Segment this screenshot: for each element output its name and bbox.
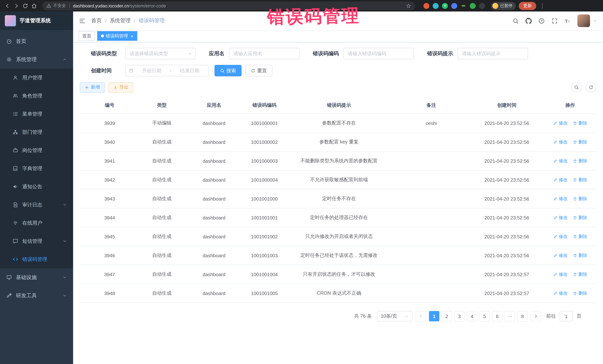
extension-icon[interactable] — [451, 3, 457, 9]
delete-button[interactable]: 删除 — [573, 214, 587, 221]
close-icon[interactable]: × — [131, 33, 133, 38]
extension-icon[interactable] — [433, 3, 439, 9]
sidebar-item[interactable]: 菜单管理 — [0, 105, 73, 123]
sidebar-item[interactable]: 在线用户 — [0, 214, 73, 232]
delete-button[interactable]: 删除 — [573, 252, 587, 259]
page-button[interactable]: 5 — [479, 311, 490, 321]
cell-actions: 修改删除 — [544, 170, 596, 189]
menu-list-icon — [13, 111, 18, 117]
browser-menu-icon[interactable]: ⋮ — [540, 2, 545, 9]
delete-button[interactable]: 删除 — [573, 233, 587, 240]
forward-icon[interactable] — [13, 3, 19, 9]
hamburger-icon[interactable] — [79, 18, 85, 24]
tag-item[interactable]: 首页 — [79, 31, 95, 41]
sidebar-item[interactable]: 用户管理 — [0, 69, 73, 87]
edit-button[interactable]: 修改 — [553, 290, 568, 296]
export-button[interactable]: 导出 — [108, 82, 133, 92]
breadcrumb-item[interactable]: 首页 — [91, 17, 102, 24]
goto-page-input[interactable] — [560, 311, 573, 321]
sidebar-item[interactable]: 系统管理 — [0, 50, 73, 69]
browser-update-button[interactable]: 更新 — [519, 2, 536, 10]
error-hint-input[interactable] — [458, 48, 528, 59]
edit-button[interactable]: 修改 — [553, 158, 568, 164]
extension-icon[interactable]: on — [461, 3, 466, 9]
delete-button[interactable]: 删除 — [573, 290, 587, 296]
app-name-field[interactable] — [229, 48, 300, 59]
search-button[interactable]: 搜索 — [214, 65, 242, 76]
edit-button[interactable]: 修改 — [553, 139, 568, 145]
add-button[interactable]: 新增 — [80, 82, 105, 92]
cell-time: 2021-04-20 23:52:56 — [469, 170, 544, 189]
filter-label-error-hint: 错误码提示 — [427, 50, 453, 57]
page-button[interactable]: 8 — [517, 311, 528, 321]
error-type-select-input[interactable] — [125, 48, 196, 59]
sidebar-item[interactable]: 部门管理 — [0, 123, 73, 141]
next-page-button[interactable] — [531, 311, 541, 321]
delete-button[interactable]: 删除 — [573, 271, 587, 277]
address-bar[interactable]: 不安全 dashboard.yudao.iocoder.cn/system/er… — [42, 1, 415, 10]
sidebar-item[interactable]: 首页 — [0, 32, 73, 50]
back-icon[interactable] — [4, 3, 10, 9]
reset-button[interactable]: 重置 — [245, 65, 272, 76]
sidebar-item[interactable]: 字典管理 — [0, 159, 73, 177]
extension-icon[interactable] — [479, 3, 485, 9]
edit-button[interactable]: 修改 — [553, 120, 568, 126]
toggle-search-button[interactable] — [571, 82, 582, 93]
delete-button[interactable]: 删除 — [573, 139, 587, 145]
cell-id: 3945 — [80, 227, 139, 246]
user-avatar[interactable] — [577, 14, 590, 27]
cell-type: 自动生成 — [139, 151, 184, 170]
bookmark-star-icon[interactable] — [406, 3, 411, 8]
more-pages-button[interactable]: ··· — [505, 311, 515, 321]
tag-item[interactable]: 错误码管理× — [97, 31, 137, 41]
sidebar-item[interactable]: 审计日志 — [0, 196, 73, 214]
page-size-select[interactable]: 10条/页 — [377, 311, 413, 321]
search-icon[interactable] — [512, 18, 519, 24]
page-button[interactable]: 2 — [441, 311, 452, 321]
prev-page-button[interactable] — [416, 311, 426, 321]
extension-icon[interactable] — [470, 3, 476, 9]
sidebar-item[interactable]: 基础设施 — [0, 268, 73, 287]
error-type-select[interactable] — [125, 48, 196, 59]
reload-icon[interactable] — [22, 3, 28, 9]
error-hint-field[interactable] — [458, 48, 528, 59]
extension-icon[interactable]: V — [442, 3, 448, 9]
error-code-field[interactable] — [343, 48, 414, 59]
page-button[interactable]: 6 — [492, 311, 502, 321]
cell-app: dashboard — [184, 132, 244, 151]
page-button[interactable]: 1 — [429, 311, 439, 321]
sidebar-item[interactable]: 岗位管理 — [0, 141, 73, 159]
cell-actions: 修改删除 — [544, 246, 596, 265]
page-button[interactable]: 3 — [454, 311, 464, 321]
sidebar-item[interactable]: 错误码管理 — [0, 250, 73, 268]
create-time-range-picker[interactable]: 开始日期 - 结束日期 — [125, 65, 209, 76]
help-icon[interactable]: ? — [538, 18, 545, 24]
fullscreen-icon[interactable] — [551, 18, 558, 24]
caret-down-icon[interactable] — [593, 19, 597, 23]
sidebar-item[interactable]: 短信管理 — [0, 232, 73, 250]
delete-button[interactable]: 删除 — [573, 120, 587, 126]
github-icon[interactable] — [525, 18, 532, 24]
extension-icon[interactable] — [423, 3, 429, 9]
edit-button[interactable]: 修改 — [553, 214, 568, 221]
download-icon — [113, 85, 118, 89]
edit-button[interactable]: 修改 — [553, 177, 568, 183]
page-button[interactable]: 4 — [467, 311, 477, 321]
sidebar-item[interactable]: 研发工具 — [0, 287, 73, 305]
delete-button[interactable]: 删除 — [573, 177, 587, 183]
sidebar-item[interactable]: 角色管理 — [0, 87, 73, 105]
edit-button[interactable]: 修改 — [553, 233, 568, 240]
edit-button[interactable]: 修改 — [553, 196, 568, 202]
breadcrumb-item[interactable]: 系统管理 — [110, 17, 131, 24]
font-size-icon[interactable]: TT — [564, 18, 571, 24]
refresh-table-button[interactable] — [586, 82, 596, 93]
edit-button[interactable]: 修改 — [553, 252, 568, 259]
delete-button[interactable]: 删除 — [573, 158, 587, 164]
sidebar-item[interactable]: 通知公告 — [0, 177, 73, 196]
app-name-input[interactable] — [229, 48, 300, 59]
edit-button[interactable]: 修改 — [553, 271, 568, 277]
error-code-input[interactable] — [343, 48, 414, 59]
delete-button[interactable]: 删除 — [573, 196, 587, 202]
profile-badge[interactable]: 已暂停 — [491, 2, 516, 10]
home-icon[interactable] — [31, 3, 37, 9]
